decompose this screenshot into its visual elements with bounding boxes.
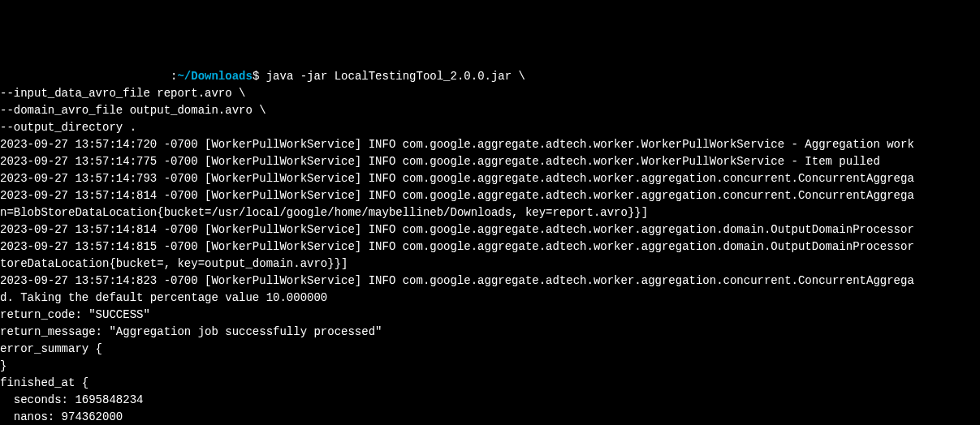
log-line: 2023-09-27 13:57:14:823 -0700 [WorkerPul… [0, 273, 980, 290]
log-line: 2023-09-27 13:57:14:814 -0700 [WorkerPul… [0, 221, 980, 238]
log-line: nanos: 974362000 [0, 409, 980, 425]
command-continuation: --input_data_avro_file report.avro \ [0, 85, 980, 102]
log-line: 2023-09-27 13:57:14:793 -0700 [WorkerPul… [0, 170, 980, 187]
cwd-path: ~/Downloads [177, 70, 252, 83]
command-continuation: --domain_avro_file output_domain.avro \ [0, 102, 980, 119]
log-line: n=BlobStoreDataLocation{bucket=/usr/loca… [0, 204, 980, 221]
terminal-window[interactable]: :~/Downloads$ java -jar LocalTestingTool… [0, 68, 980, 425]
log-line: 2023-09-27 13:57:14:814 -0700 [WorkerPul… [0, 187, 980, 204]
log-line: seconds: 1695848234 [0, 392, 980, 409]
log-line: return_message: "Aggregation job success… [0, 324, 980, 341]
log-line: 2023-09-27 13:57:14:775 -0700 [WorkerPul… [0, 153, 980, 170]
log-line: 2023-09-27 13:57:14:815 -0700 [WorkerPul… [0, 238, 980, 255]
command-text: java -jar LocalTestingTool_2.0.0.jar \ [259, 70, 525, 83]
hostname-hidden [0, 70, 171, 83]
log-line: 2023-09-27 13:57:14:720 -0700 [WorkerPul… [0, 136, 980, 153]
log-line: error_summary { [0, 341, 980, 358]
log-line: finished_at { [0, 375, 980, 392]
log-line: d. Taking the default percentage value 1… [0, 290, 980, 307]
command-continuation: --output_directory . [0, 119, 980, 136]
prompt-line: :~/Downloads$ java -jar LocalTestingTool… [0, 68, 980, 85]
log-line: toreDataLocation{bucket=, key=output_dom… [0, 255, 980, 273]
log-line: } [0, 358, 980, 375]
log-line: return_code: "SUCCESS" [0, 307, 980, 324]
